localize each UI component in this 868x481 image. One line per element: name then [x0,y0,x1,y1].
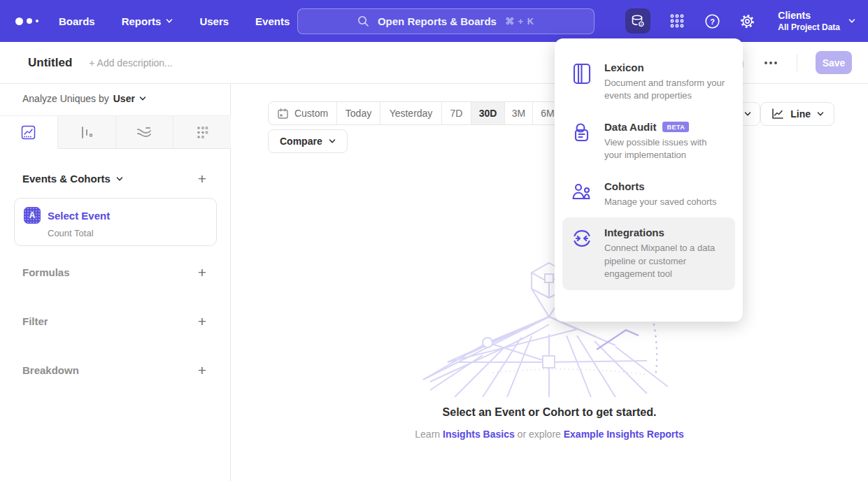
flow-tab-icon [136,124,152,140]
date-range-3m[interactable]: 3M [505,102,533,124]
nav-label: Boards [59,15,95,27]
menu-item-title: Integrations [604,227,664,238]
date-range-yesterday[interactable]: Yesterday [380,102,442,124]
nav-items: Boards Reports Users Events [59,15,290,27]
metrics-tab-icon [195,125,210,140]
learn-text: Learn [415,429,440,440]
menu-item-description: Connect Mixpanel to a data pipeline or c… [604,242,726,280]
chart-type-dropdown[interactable]: Line [760,102,834,126]
chevron-down-icon [116,175,123,182]
chevron-down-icon [817,110,824,117]
menu-item-lexicon[interactable]: Lexicon Document and transform your even… [555,52,743,112]
date-range-control: Custom Today Yesterday 7D 30D 3M 6M [268,101,563,125]
compare-label: Compare [280,136,322,147]
chart-area: Custom Today Yesterday 7D 30D 3M 6M Comp… [231,84,868,481]
or-explore-text: or explore [518,429,561,440]
add-breakdown-button[interactable]: + [198,363,206,378]
events-cohorts-title[interactable]: Events & Cohorts [22,173,123,185]
data-management-menu: Lexicon Document and transform your even… [555,38,743,322]
nav-item-users[interactable]: Users [199,15,229,27]
save-button[interactable]: Save [816,51,852,74]
svg-text:?: ? [710,17,715,25]
menu-item-cohorts[interactable]: Cohorts Manage your saved cohorts [555,171,743,217]
tab-bar-chart[interactable] [58,116,116,148]
question-circle-icon: ? [704,13,720,29]
data-nodes-gear-icon [630,13,646,29]
date-range-label: 7D [450,108,463,119]
date-range-custom[interactable]: Custom [269,102,337,124]
select-event-label[interactable]: Select Event [48,210,110,222]
report-description-placeholder[interactable]: + Add description... [89,57,172,69]
report-title[interactable]: Untitled [28,56,72,70]
chevron-down-icon [139,95,146,102]
header-divider [797,54,797,72]
chart-type-label: Line [790,108,811,120]
date-range-label: Custom [294,108,328,119]
nav-item-boards[interactable]: Boards [59,15,95,27]
project-name: Clients [778,10,840,21]
nav-item-reports[interactable]: Reports [122,15,173,27]
analyze-uniques-row: Analyze Uniques by User [22,93,146,104]
analyze-value-dropdown[interactable]: User [113,93,146,104]
data-audit-icon [571,122,592,143]
search-icon [357,15,369,27]
nav-label: Reports [122,15,162,27]
dot-grid-icon [669,13,685,29]
date-range-today[interactable]: Today [337,102,380,124]
menu-item-description: Manage your saved cohorts [604,196,726,208]
formulas-section: Formulas + [22,265,206,280]
nav-label: Users [199,15,229,27]
nav-right-cluster: ? Clients All Project Data [625,0,855,42]
breakdown-label: Breakdown [22,364,79,376]
cohorts-people-icon [571,182,592,203]
add-filter-button[interactable]: + [198,314,206,329]
search-placeholder: Open Reports & Boards [378,15,497,27]
nav-item-events[interactable]: Events [255,15,290,27]
breakdown-section: Breakdown + [22,363,206,378]
add-formula-button[interactable]: + [198,265,206,280]
mixpanel-logo-icon[interactable] [15,17,39,25]
project-scope: All Project Data [778,22,840,32]
line-chart-icon [771,108,784,120]
global-search-input[interactable]: Open Reports & Boards ⌘ + K [297,8,595,34]
help-button[interactable]: ? [704,13,720,29]
data-management-button[interactable] [625,8,650,34]
calendar-icon [277,108,289,120]
select-event-card[interactable]: A Select Event Count Total [14,198,217,246]
menu-item-title: Data Audit [604,121,656,133]
report-header-actions: Save [730,51,852,74]
apps-grid-button[interactable] [669,13,685,29]
events-cohorts-header: Events & Cohorts + [22,171,206,186]
menu-item-description: View possible issues with your implement… [604,136,726,162]
tab-flow[interactable] [116,116,174,148]
filter-label: Filter [22,315,48,327]
date-range-label: 3M [512,108,525,119]
chevron-down-icon [329,138,336,145]
add-event-button[interactable]: + [198,171,206,186]
tab-insights-line[interactable] [0,116,58,149]
compare-dropdown[interactable]: Compare [268,129,348,153]
insights-basics-link[interactable]: Insights Basics [443,429,515,440]
menu-item-integrations[interactable]: Integrations Connect Mixpanel to a data … [562,217,735,289]
count-total-label[interactable]: Count Total [48,228,216,238]
more-options-button[interactable] [763,55,778,71]
example-insights-reports-link[interactable]: Example Insights Reports [564,429,684,440]
search-shortcut: ⌘ + K [505,16,534,27]
menu-item-title: Cohorts [604,180,645,192]
empty-state-links: Learn Insights Basics or explore Example… [231,429,868,440]
date-range-30d[interactable]: 30D [471,102,505,124]
tab-metrics[interactable] [173,116,231,148]
settings-button[interactable] [739,13,755,29]
event-letter-badge: A [24,207,41,224]
filter-section: Filter + [22,314,206,329]
gear-icon [739,13,755,29]
empty-state-title: Select an Event or Cohort to get started… [231,406,868,419]
bar-chart-tab-icon [79,125,94,140]
menu-item-data-audit[interactable]: Data Audit BETA View possible issues wit… [555,112,743,171]
date-range-label: 30D [479,108,497,119]
project-selector[interactable]: Clients All Project Data [778,10,855,32]
top-nav: Boards Reports Users Events Open Reports… [0,0,868,42]
nav-label: Events [255,15,290,27]
date-range-7d[interactable]: 7D [442,102,471,124]
events-cohorts-label: Events & Cohorts [22,173,111,185]
